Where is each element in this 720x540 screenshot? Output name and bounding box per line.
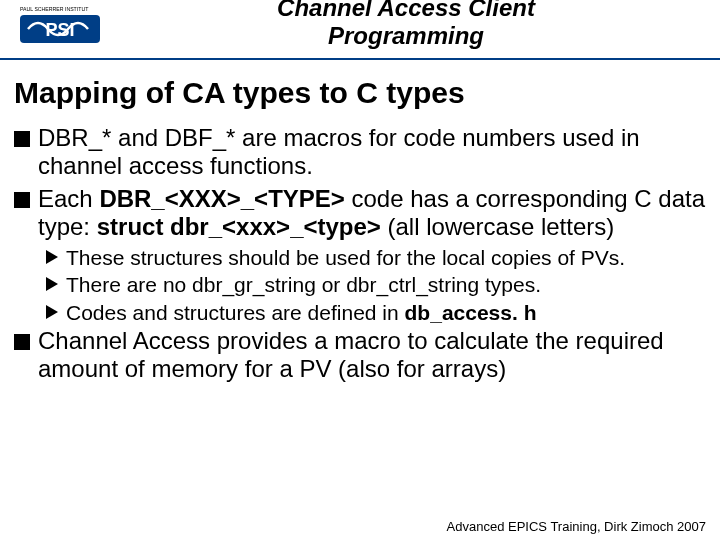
bullet-1: DBR_* and DBF_* are macros for code numb… (14, 124, 706, 181)
sub-bullet-1-text: These structures should be used for the … (66, 245, 706, 270)
logo-top-text: PAUL SCHERRER INSTITUT (20, 6, 89, 12)
content: DBR_* and DBF_* are macros for code numb… (0, 124, 720, 383)
sub-bullet-1: These structures should be used for the … (44, 245, 706, 270)
sub-bullet-3: Codes and structures are defined in db_a… (44, 300, 706, 325)
sub-bullet-2: There are no dbr_gr_string or dbr_ctrl_s… (44, 272, 706, 297)
bullet-3-text: Channel Access provides a macro to calcu… (38, 327, 706, 384)
triangle-bullet-icon (44, 248, 60, 266)
slide-title: Mapping of CA types to C types (14, 76, 706, 110)
header-title-line2: Programming (112, 22, 700, 50)
header-title: Channel Access Client Programming (112, 0, 700, 50)
bullet-1-text: DBR_* and DBF_* are macros for code numb… (38, 124, 706, 181)
bullet-3: Channel Access provides a macro to calcu… (14, 327, 706, 384)
triangle-bullet-icon (44, 303, 60, 321)
square-bullet-icon (14, 192, 30, 208)
sub-bullet-2-text: There are no dbr_gr_string or dbr_ctrl_s… (66, 272, 706, 297)
sub-bullet-3-text: Codes and structures are defined in db_a… (66, 300, 706, 325)
square-bullet-icon (14, 131, 30, 147)
square-bullet-icon (14, 334, 30, 350)
bullet-2-text: Each DBR_<XXX>_<TYPE> code has a corresp… (38, 185, 706, 242)
bullet-2: Each DBR_<XXX>_<TYPE> code has a corresp… (14, 185, 706, 242)
slide-header: PAUL SCHERRER INSTITUT PSI Channel Acces… (0, 0, 720, 60)
svg-text:PSI: PSI (45, 20, 74, 40)
header-title-line1: Channel Access Client (112, 0, 700, 22)
triangle-bullet-icon (44, 275, 60, 293)
psi-logo: PAUL SCHERRER INSTITUT PSI (20, 3, 100, 47)
footer-text: Advanced EPICS Training, Dirk Zimoch 200… (447, 519, 706, 534)
